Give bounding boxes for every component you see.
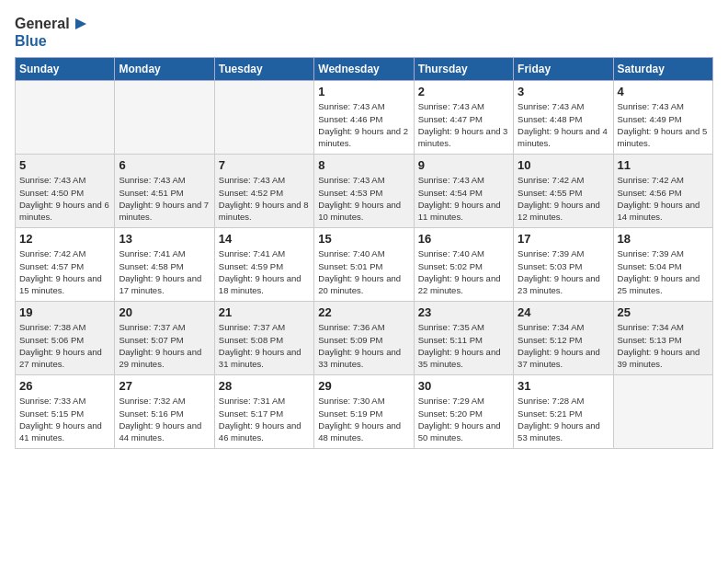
day-info: Sunrise: 7:41 AM Sunset: 4:59 PM Dayligh… [219,247,310,296]
day-info: Sunrise: 7:43 AM Sunset: 4:48 PM Dayligh… [518,100,609,149]
day-cell [214,81,313,155]
day-number: 11 [618,158,709,172]
day-number: 7 [219,158,310,172]
day-number: 21 [219,305,310,319]
day-cell: 6Sunrise: 7:43 AM Sunset: 4:51 PM Daylig… [115,155,214,228]
day-info: Sunrise: 7:37 AM Sunset: 5:08 PM Dayligh… [219,321,310,370]
weekday-header-saturday: Saturday [613,58,712,81]
day-number: 28 [219,379,310,393]
week-row-3: 12Sunrise: 7:42 AM Sunset: 4:57 PM Dayli… [16,228,713,302]
week-row-4: 19Sunrise: 7:38 AM Sunset: 5:06 PM Dayli… [16,302,713,375]
day-info: Sunrise: 7:35 AM Sunset: 5:11 PM Dayligh… [418,321,509,370]
day-number: 12 [19,232,110,246]
weekday-header-sunday: Sunday [16,58,115,81]
logo: General Blue [15,15,86,50]
day-info: Sunrise: 7:43 AM Sunset: 4:53 PM Dayligh… [318,174,409,223]
svg-marker-0 [75,18,86,29]
day-cell: 16Sunrise: 7:40 AM Sunset: 5:02 PM Dayli… [414,228,513,302]
day-number: 19 [19,305,110,319]
day-info: Sunrise: 7:42 AM Sunset: 4:57 PM Dayligh… [19,247,110,296]
day-number: 6 [119,158,210,172]
day-info: Sunrise: 7:43 AM Sunset: 4:46 PM Dayligh… [318,100,409,149]
day-number: 30 [418,379,509,393]
day-info: Sunrise: 7:42 AM Sunset: 4:56 PM Dayligh… [618,174,709,223]
day-number: 17 [518,232,609,246]
day-number: 24 [518,305,609,319]
day-cell: 28Sunrise: 7:31 AM Sunset: 5:17 PM Dayli… [214,375,313,449]
day-cell: 2Sunrise: 7:43 AM Sunset: 4:47 PM Daylig… [414,81,513,155]
day-number: 22 [318,305,409,319]
week-row-1: 1Sunrise: 7:43 AM Sunset: 4:46 PM Daylig… [16,81,713,155]
day-number: 1 [318,85,409,98]
day-cell: 13Sunrise: 7:41 AM Sunset: 4:58 PM Dayli… [115,228,214,302]
day-info: Sunrise: 7:34 AM Sunset: 5:13 PM Dayligh… [618,321,709,370]
day-info: Sunrise: 7:40 AM Sunset: 5:02 PM Dayligh… [418,247,509,296]
day-number: 15 [318,232,409,246]
day-cell: 29Sunrise: 7:30 AM Sunset: 5:19 PM Dayli… [314,375,414,449]
day-cell: 17Sunrise: 7:39 AM Sunset: 5:03 PM Dayli… [514,228,613,302]
day-cell: 8Sunrise: 7:43 AM Sunset: 4:53 PM Daylig… [314,155,414,228]
weekday-header-monday: Monday [115,58,214,81]
weekday-header-wednesday: Wednesday [314,58,414,81]
week-row-2: 5Sunrise: 7:43 AM Sunset: 4:50 PM Daylig… [16,155,713,228]
day-info: Sunrise: 7:39 AM Sunset: 5:03 PM Dayligh… [518,247,609,296]
day-cell: 3Sunrise: 7:43 AM Sunset: 4:48 PM Daylig… [514,81,613,155]
day-cell: 4Sunrise: 7:43 AM Sunset: 4:49 PM Daylig… [613,81,712,155]
day-number: 27 [119,379,210,393]
day-number: 14 [219,232,310,246]
day-cell [115,81,214,155]
day-number: 3 [518,85,609,98]
day-info: Sunrise: 7:31 AM Sunset: 5:17 PM Dayligh… [219,395,310,443]
logo-triangle-icon [72,17,86,31]
day-info: Sunrise: 7:42 AM Sunset: 4:55 PM Dayligh… [518,174,609,223]
day-cell: 18Sunrise: 7:39 AM Sunset: 5:04 PM Dayli… [613,228,712,302]
day-number: 23 [418,305,509,319]
day-cell: 11Sunrise: 7:42 AM Sunset: 4:56 PM Dayli… [613,155,712,228]
day-cell: 22Sunrise: 7:36 AM Sunset: 5:09 PM Dayli… [314,302,414,375]
day-number: 20 [119,305,210,319]
day-cell [613,375,712,449]
weekday-header-tuesday: Tuesday [214,58,313,81]
day-number: 13 [119,232,210,246]
day-cell: 26Sunrise: 7:33 AM Sunset: 5:15 PM Dayli… [16,375,115,449]
day-info: Sunrise: 7:38 AM Sunset: 5:06 PM Dayligh… [19,321,110,370]
day-number: 8 [318,158,409,172]
logo-general-text: General [15,15,70,32]
day-cell [16,81,115,155]
day-cell: 14Sunrise: 7:41 AM Sunset: 4:59 PM Dayli… [214,228,313,302]
calendar-table: SundayMondayTuesdayWednesdayThursdayFrid… [15,57,713,449]
day-info: Sunrise: 7:43 AM Sunset: 4:47 PM Dayligh… [418,100,509,149]
day-info: Sunrise: 7:28 AM Sunset: 5:21 PM Dayligh… [518,395,609,443]
day-cell: 12Sunrise: 7:42 AM Sunset: 4:57 PM Dayli… [16,228,115,302]
weekday-header-friday: Friday [514,58,613,81]
day-cell: 23Sunrise: 7:35 AM Sunset: 5:11 PM Dayli… [414,302,513,375]
day-number: 10 [518,158,609,172]
day-number: 9 [418,158,509,172]
day-cell: 1Sunrise: 7:43 AM Sunset: 4:46 PM Daylig… [314,81,414,155]
day-info: Sunrise: 7:43 AM Sunset: 4:52 PM Dayligh… [219,174,310,223]
day-info: Sunrise: 7:32 AM Sunset: 5:16 PM Dayligh… [119,395,210,443]
day-cell: 31Sunrise: 7:28 AM Sunset: 5:21 PM Dayli… [514,375,613,449]
logo-blue-text: Blue [15,32,86,50]
day-info: Sunrise: 7:34 AM Sunset: 5:12 PM Dayligh… [518,321,609,370]
day-cell: 30Sunrise: 7:29 AM Sunset: 5:20 PM Dayli… [414,375,513,449]
day-cell: 10Sunrise: 7:42 AM Sunset: 4:55 PM Dayli… [514,155,613,228]
day-info: Sunrise: 7:40 AM Sunset: 5:01 PM Dayligh… [318,247,409,296]
day-cell: 15Sunrise: 7:40 AM Sunset: 5:01 PM Dayli… [314,228,414,302]
day-number: 31 [518,379,609,393]
header: General Blue [15,15,713,50]
day-number: 16 [418,232,509,246]
day-info: Sunrise: 7:33 AM Sunset: 5:15 PM Dayligh… [19,395,110,443]
day-cell: 25Sunrise: 7:34 AM Sunset: 5:13 PM Dayli… [613,302,712,375]
day-info: Sunrise: 7:43 AM Sunset: 4:54 PM Dayligh… [418,174,509,223]
day-number: 5 [19,158,110,172]
day-number: 29 [318,379,409,393]
day-cell: 7Sunrise: 7:43 AM Sunset: 4:52 PM Daylig… [214,155,313,228]
day-cell: 5Sunrise: 7:43 AM Sunset: 4:50 PM Daylig… [16,155,115,228]
day-info: Sunrise: 7:43 AM Sunset: 4:51 PM Dayligh… [119,174,210,223]
day-info: Sunrise: 7:30 AM Sunset: 5:19 PM Dayligh… [318,395,409,443]
day-info: Sunrise: 7:43 AM Sunset: 4:50 PM Dayligh… [19,174,110,223]
day-info: Sunrise: 7:39 AM Sunset: 5:04 PM Dayligh… [618,247,709,296]
day-number: 2 [418,85,509,98]
day-cell: 20Sunrise: 7:37 AM Sunset: 5:07 PM Dayli… [115,302,214,375]
